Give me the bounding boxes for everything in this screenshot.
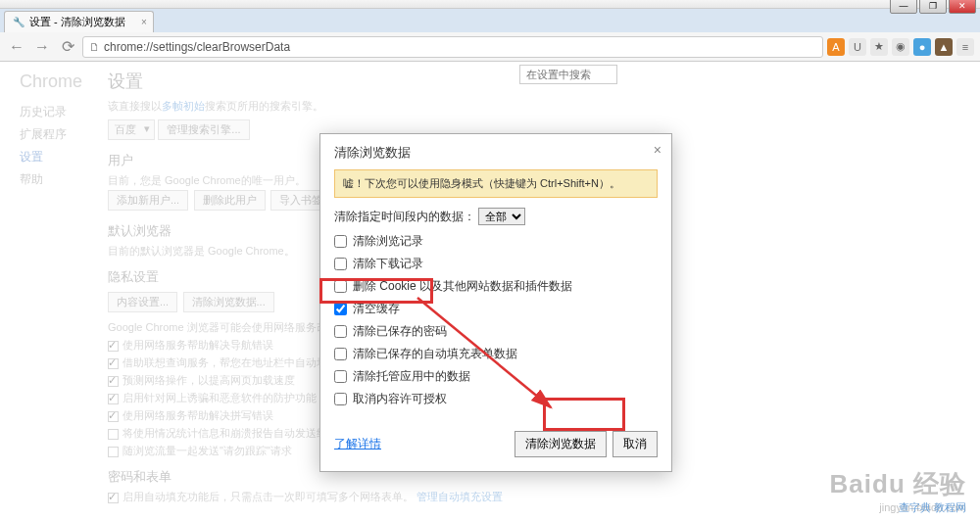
clear-option-6[interactable]: 清除托管应用中的数据 xyxy=(334,368,658,385)
delete-user-button[interactable]: 删除此用户 xyxy=(194,190,266,211)
clear-option-label-0: 清除浏览记录 xyxy=(353,233,423,250)
dialog-title: 清除浏览数据 xyxy=(334,145,411,160)
clear-option-checkbox-4[interactable] xyxy=(334,325,347,338)
clear-option-1[interactable]: 清除下载记录 xyxy=(334,256,658,272)
clear-data-confirm-button[interactable]: 清除浏览数据 xyxy=(514,431,607,457)
clear-option-checkbox-1[interactable] xyxy=(334,258,347,270)
extension-ext-a[interactable]: A xyxy=(827,38,845,56)
address-bar[interactable]: 🗋 chrome://settings/clearBrowserData xyxy=(82,36,823,58)
search-engine-select[interactable]: 百度 xyxy=(108,119,155,140)
window-maximize-button[interactable]: ❐ xyxy=(919,0,947,14)
clear-option-checkbox-2[interactable] xyxy=(334,280,347,293)
clear-option-5[interactable]: 清除已保存的自动填充表单数据 xyxy=(334,346,658,362)
add-user-button[interactable]: 添加新用户... xyxy=(108,190,188,211)
clear-option-0[interactable]: 清除浏览记录 xyxy=(334,233,658,250)
sidebar-item-0[interactable]: 历史记录 xyxy=(20,104,108,120)
extension-ext-u[interactable]: U xyxy=(849,38,866,56)
clear-option-checkbox-3[interactable] xyxy=(334,303,347,315)
clear-option-2[interactable]: 删除 Cookie 以及其他网站数据和插件数据 xyxy=(334,278,658,295)
time-range-label: 清除指定时间段内的数据： xyxy=(334,210,475,223)
clear-option-label-6: 清除托管应用中的数据 xyxy=(353,368,470,385)
clear-option-checkbox-5[interactable] xyxy=(334,348,347,360)
settings-sidebar: Chrome 历史记录扩展程序设置帮助 xyxy=(0,62,108,521)
clear-option-label-7: 取消内容许可授权 xyxy=(353,391,447,407)
watermark-site: 查字典 教程网 xyxy=(899,500,966,515)
time-range-select[interactable]: 全部 xyxy=(478,208,525,225)
reload-button[interactable]: ⟳ xyxy=(57,37,78,56)
tab-close-icon[interactable]: × xyxy=(141,17,147,27)
manage-engines-button[interactable]: 管理搜索引擎... xyxy=(158,119,249,140)
tab-title: 设置 - 清除浏览数据 xyxy=(29,15,125,29)
dialog-close-icon[interactable]: × xyxy=(654,142,662,158)
learn-more-link[interactable]: 了解详情 xyxy=(334,436,381,452)
back-button[interactable]: ← xyxy=(6,38,27,56)
clear-browsing-data-dialog: 清除浏览数据 × 嘘！下次您可以使用隐身模式（快捷键为 Ctrl+Shift+N… xyxy=(319,133,672,472)
clear-option-3[interactable]: 清空缓存 xyxy=(334,301,658,317)
extension-ext-shield[interactable]: ◉ xyxy=(892,38,909,56)
sidebar-item-1[interactable]: 扩展程序 xyxy=(20,126,108,143)
clear-option-checkbox-7[interactable] xyxy=(334,393,347,405)
clear-option-label-3: 清空缓存 xyxy=(353,301,400,317)
sidebar-item-3[interactable]: 帮助 xyxy=(20,171,108,188)
wrench-icon: 🔧 xyxy=(13,17,24,27)
browser-tab-settings[interactable]: 🔧 设置 - 清除浏览数据 × xyxy=(4,11,154,32)
window-titlebar: — ❐ ✕ xyxy=(0,0,980,9)
clear-option-label-5: 清除已保存的自动填充表单数据 xyxy=(353,346,517,362)
extension-ext-mtn[interactable]: ▲ xyxy=(935,38,953,56)
tab-strip: 🔧 设置 - 清除浏览数据 × xyxy=(0,9,980,32)
extension-ext-circle[interactable]: ● xyxy=(913,38,931,56)
window-close-button[interactable]: ✕ xyxy=(949,0,976,14)
clear-option-checkbox-0[interactable] xyxy=(334,235,347,248)
search-settings-input[interactable] xyxy=(519,65,617,84)
extension-ext-wrench[interactable]: ≡ xyxy=(956,38,974,56)
clear-option-checkbox-6[interactable] xyxy=(334,370,347,383)
clear-option-label-1: 清除下载记录 xyxy=(353,256,423,272)
globe-icon: 🗋 xyxy=(89,41,100,53)
brand-label: Chrome xyxy=(20,71,108,92)
sidebar-item-2[interactable]: 设置 xyxy=(20,149,108,166)
forward-button[interactable]: → xyxy=(31,38,53,56)
incognito-tip: 嘘！下次您可以使用隐身模式（快捷键为 Ctrl+Shift+N）。 xyxy=(334,169,658,198)
extension-ext-star[interactable]: ★ xyxy=(870,38,888,56)
clear-option-label-2: 删除 Cookie 以及其他网站数据和插件数据 xyxy=(353,278,572,295)
browser-toolbar: ← → ⟳ 🗋 chrome://settings/clearBrowserDa… xyxy=(0,32,980,62)
clear-option-4[interactable]: 清除已保存的密码 xyxy=(334,323,658,340)
clear-option-label-4: 清除已保存的密码 xyxy=(353,323,447,340)
address-url: chrome://settings/clearBrowserData xyxy=(104,40,290,54)
clear-option-7[interactable]: 取消内容许可授权 xyxy=(334,391,658,407)
content-settings-button[interactable]: 内容设置... xyxy=(108,292,177,312)
cancel-button[interactable]: 取消 xyxy=(612,431,658,457)
search-settings-box[interactable] xyxy=(519,65,617,84)
window-minimize-button[interactable]: — xyxy=(890,0,917,14)
clear-browsing-button[interactable]: 清除浏览数据... xyxy=(183,292,274,312)
